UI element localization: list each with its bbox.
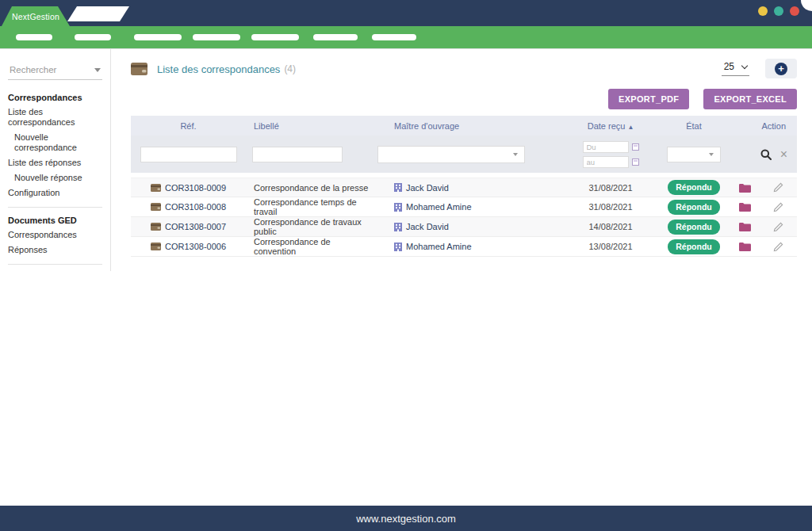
sidebar-item-nouvelle-reponse[interactable]: Nouvelle réponse [0,170,110,185]
nav-pill-4[interactable] [193,34,240,40]
sidebar-item-liste-des-correspondances[interactable]: Liste des correspondances [0,105,110,130]
edit-button[interactable] [773,242,783,252]
export-excel-button[interactable]: EXPORT_EXCEL [703,89,797,109]
window-dot-yellow[interactable] [758,6,768,16]
building-icon [394,243,402,251]
col-header-libelle[interactable]: Libellé [246,121,373,131]
calendar-icon[interactable] [632,159,639,166]
ref-value: COR1308-0006 [165,242,226,251]
nav-pill-3[interactable] [134,34,182,40]
nav-pill-5[interactable] [251,34,299,40]
correspondences-table: Réf. Libellé Maître d'ouvrage Date reçu▲… [131,116,797,257]
filter-clear-button[interactable]: × [780,148,787,161]
edit-button[interactable] [773,222,783,232]
close-icon: × [780,148,787,161]
filter-libelle-input[interactable] [252,147,343,162]
filter-etat-select[interactable] [667,147,721,162]
col-header-date-label: Date reçu [588,121,626,131]
sidebar-menu: Correspondances Liste des correspondance… [0,90,110,265]
wallet-icon [151,243,161,250]
col-header-maitre-ouvrage[interactable]: Maître d'ouvrage [373,121,559,131]
table-row[interactable]: COR1308-0006 Correspondance de conventio… [131,237,797,257]
corner-curl-decoration [801,0,812,11]
ref-link[interactable]: COR1308-0006 [131,242,246,251]
ref-link[interactable]: COR3108-0009 [131,183,246,193]
sidebar-item-ged-correspondances[interactable]: Correspondances [0,227,110,243]
sidebar-search-select[interactable]: Rechercher [8,63,102,80]
date-recu-value: 31/08/2021 [559,183,662,193]
plus-icon: + [775,63,787,75]
secondary-tab[interactable] [67,6,129,21]
col-header-date-recu[interactable]: Date reçu▲ [559,121,662,131]
row-actions [726,242,797,252]
col-header-action: Action [726,121,797,131]
window-dot-red[interactable] [790,6,799,16]
sidebar: Rechercher Correspondances Liste des cor… [0,49,111,271]
sidebar-item-liste-des-reponses[interactable]: Liste des réponses [0,155,110,170]
maitre-ouvrage-link[interactable]: Jack David [373,222,559,231]
maitre-ouvrage-link[interactable]: Jack David [373,183,559,193]
sidebar-divider [8,264,102,265]
table-body: COR3108-0009 Correspondance de la presse… [131,178,797,257]
libelle-value: Correspondance de la presse [246,183,373,193]
edit-button[interactable] [773,182,783,193]
building-icon [394,183,402,192]
date-recu-value: 14/08/2021 [559,222,662,231]
calendar-icon[interactable] [632,143,639,151]
window-dot-teal[interactable] [774,6,783,16]
sidebar-search-placeholder: Rechercher [10,65,56,74]
sidebar-item-ged-reponses[interactable]: Réponses [0,243,110,258]
table-row[interactable]: COR3108-0008 Correspondance temps de tra… [131,197,797,217]
export-pdf-button[interactable]: EXPORT_PDF [608,89,689,109]
folder-button[interactable] [739,242,751,251]
nav-pill-7[interactable] [372,34,416,40]
brand-tab[interactable]: NextGestion [2,6,70,26]
chevron-down-icon [741,62,748,68]
pencil-icon [773,222,783,232]
nav-pill-2[interactable] [75,34,111,40]
table-row[interactable]: COR3108-0009 Correspondance de la presse… [131,178,797,197]
filter-date-du-input[interactable] [583,141,629,153]
edit-button[interactable] [773,202,783,212]
wallet-icon [131,63,147,75]
footer-url[interactable]: www.nextgestion.com [356,513,456,525]
pencil-icon [773,182,783,193]
folder-button[interactable] [739,222,751,231]
filter-date-au-input[interactable] [583,156,629,168]
sidebar-item-configuration[interactable]: Configuration [0,185,110,201]
col-header-ref[interactable]: Réf. [131,121,246,131]
nav-pill-1[interactable] [16,34,52,40]
folder-icon [739,183,751,193]
ref-link[interactable]: COR3108-0008 [131,202,246,212]
row-actions [726,202,797,212]
folder-icon [739,242,751,251]
date-recu-value: 31/08/2021 [559,202,662,212]
sort-asc-icon: ▲ [627,124,634,131]
filter-search-button[interactable] [760,149,772,160]
nav-pill-6[interactable] [313,34,358,40]
window-controls [758,6,799,16]
maitre-ouvrage-link[interactable]: Mohamed Amine [373,202,559,212]
wallet-icon [151,223,161,231]
filter-ref-input[interactable] [140,147,237,162]
maitre-ouvrage-value: Jack David [406,183,449,193]
filter-maitre-ouvrage-select[interactable] [377,146,525,163]
libelle-value: Correspondance de travaux public [246,217,373,236]
main-navbar [0,26,812,49]
table-row[interactable]: COR1308-0007 Correspondance de travaux p… [131,217,797,237]
folder-button[interactable] [739,202,751,212]
page-title[interactable]: Liste des correspondances [157,63,280,75]
chevron-down-icon [513,153,518,156]
page-size-select[interactable]: 25 [722,61,749,76]
building-icon [394,223,402,231]
add-button[interactable]: + [765,59,797,78]
folder-button[interactable] [739,183,751,193]
folder-icon [739,202,751,212]
maitre-ouvrage-link[interactable]: Mohamed Amine [373,242,559,251]
sidebar-item-nouvelle-correspondance[interactable]: Nouvelle correspondance [0,130,110,155]
sidebar-divider [8,207,102,208]
status-badge: Répondu [668,239,720,254]
search-icon [760,149,772,160]
col-header-etat[interactable]: État [662,121,726,131]
ref-link[interactable]: COR1308-0007 [131,222,246,231]
